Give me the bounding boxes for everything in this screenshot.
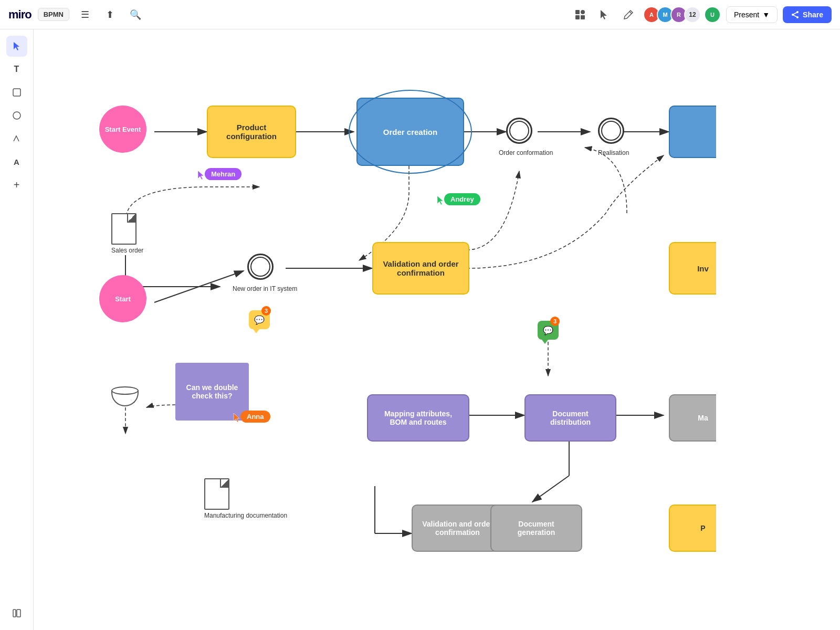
sales-order-icon [111, 213, 136, 245]
order-conformation-node[interactable]: Order conformation [506, 118, 532, 144]
realisation-node[interactable]: Realisation [598, 118, 624, 144]
svg-line-24 [532, 476, 569, 502]
andrey-cursor: Andrey [436, 195, 445, 206]
avatar: U [704, 6, 721, 23]
start-event-shape: Start Event [99, 106, 146, 153]
sticky-note-shape: Can we double check this? [175, 363, 249, 421]
svg-rect-9 [13, 89, 20, 96]
add-tool-button[interactable]: + [6, 174, 27, 195]
ma-partial-shape: Ma [669, 394, 716, 442]
svg-rect-11 [13, 610, 16, 617]
inv-partial-shape: Inv [669, 242, 716, 295]
canvas[interactable]: Start Event Product configuration Order … [34, 29, 840, 630]
new-order-label: New order in IT system [233, 285, 290, 292]
inv-partial-node[interactable]: Inv [669, 242, 716, 295]
doc-generation-node[interactable]: Document generation [490, 505, 582, 552]
andrey-label: Andrey [444, 193, 480, 205]
cursor-icon[interactable] [595, 5, 614, 24]
svg-line-26 [154, 271, 244, 302]
p-partial-node[interactable]: P [669, 505, 716, 552]
shape-tool-button[interactable] [6, 105, 27, 126]
chat-count-1: 3 [261, 306, 271, 316]
svg-point-10 [13, 112, 20, 119]
svg-line-8 [793, 15, 797, 17]
sticky-note-node[interactable]: Can we double check this? [175, 363, 249, 421]
order-creation-shape: Order creation [356, 98, 464, 166]
order-creation-node[interactable]: Order creation [356, 98, 464, 166]
start2-shape: Start [99, 275, 146, 322]
left-sidebar: T A + [0, 29, 34, 630]
svg-rect-0 [575, 10, 580, 14]
validation-shape: Validation and order confirmation [372, 242, 469, 295]
doc-distribution-shape: Document distribution [524, 394, 616, 442]
export-icon[interactable]: ⬆ [101, 5, 120, 24]
anna-cursor: Anna [232, 413, 242, 423]
product-config-node[interactable]: Product configuration [207, 106, 296, 158]
svg-rect-12 [17, 610, 20, 617]
share-button[interactable]: Share [783, 6, 832, 23]
svg-rect-3 [581, 15, 585, 19]
topbar-right: A M R 12 U Present ▼ Share [571, 5, 832, 24]
shapes-icon[interactable] [571, 5, 590, 24]
topbar: miro BPMN ☰ ⬆ 🔍 A M R 12 U Present ▼ Sha… [0, 0, 840, 29]
new-order-shape [247, 254, 274, 280]
order-conformation-shape [506, 118, 532, 144]
mapping-node[interactable]: Mapping attributes, BOM and routes [367, 394, 469, 442]
avatar-group[interactable]: A M R 12 U [643, 6, 721, 23]
pen-tool-button[interactable] [6, 128, 27, 149]
anna-label: Anna [240, 411, 270, 423]
blue-partial-node[interactable] [669, 106, 716, 158]
pen-icon[interactable] [619, 5, 638, 24]
text-tool-button[interactable]: T [6, 59, 27, 80]
chat-count-2: 3 [550, 317, 560, 326]
sticky-tool-button[interactable] [6, 82, 27, 103]
ma-partial-node[interactable]: Ma [669, 394, 716, 442]
menu-icon[interactable]: ☰ [76, 5, 94, 24]
validation-node[interactable]: Validation and order confirmation [372, 242, 469, 295]
marker-tool-button[interactable]: A [6, 151, 27, 172]
database-node[interactable] [111, 386, 139, 410]
start-event-node[interactable]: Start Event [99, 106, 146, 153]
search-icon[interactable]: 🔍 [126, 5, 145, 24]
svg-line-7 [793, 12, 797, 15]
blue-partial-shape [669, 106, 716, 158]
miro-logo: miro [8, 8, 32, 22]
svg-rect-1 [581, 10, 585, 14]
product-config-shape: Product configuration [207, 106, 296, 158]
mehran-cursor: Mehran [196, 170, 206, 181]
mehran-label: Mehran [205, 168, 242, 180]
database-icon [111, 386, 139, 410]
start2-node[interactable]: Start [99, 275, 146, 322]
svg-rect-2 [575, 15, 580, 19]
order-conformation-label: Order conformation [499, 149, 553, 156]
select-tool-button[interactable] [6, 36, 27, 57]
board-name-badge[interactable]: BPMN [38, 8, 69, 21]
manufacturing-doc-icon [204, 478, 229, 510]
new-order-node[interactable]: New order in IT system [247, 254, 274, 280]
realisation-shape [598, 118, 624, 144]
validation-bottom-node[interactable]: Validation and order confirmation [412, 505, 503, 552]
panel-tool-button[interactable] [6, 603, 27, 624]
validation-bottom-shape: Validation and order confirmation [412, 505, 503, 552]
realisation-label: Realisation [598, 149, 629, 156]
p-partial-shape: P [669, 505, 716, 552]
manufacturing-doc-node[interactable]: Manufacturing documentation [204, 478, 287, 519]
mapping-shape: Mapping attributes, BOM and routes [367, 394, 469, 442]
present-button[interactable]: Present ▼ [726, 6, 778, 23]
doc-distribution-node[interactable]: Document distribution [524, 394, 616, 442]
manufacturing-doc-label: Manufacturing documentation [204, 512, 287, 519]
avatar-count[interactable]: 12 [684, 6, 701, 23]
sales-order-label: Sales order [111, 247, 143, 254]
sales-order-node[interactable]: Sales order [111, 213, 143, 254]
doc-generation-shape: Document generation [490, 505, 582, 552]
